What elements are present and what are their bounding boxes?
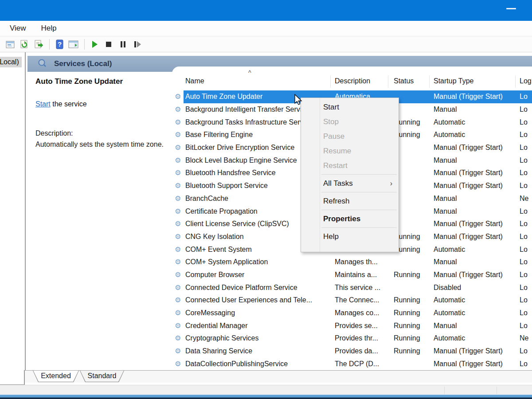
help-icon[interactable]: ? <box>53 38 66 51</box>
column-header-log-on-as[interactable]: Log On As <box>520 77 532 85</box>
tab-standard[interactable]: Standard <box>80 371 124 382</box>
cell-logon: Lo <box>520 284 532 292</box>
service-gear-icon: ⚙ <box>175 131 181 139</box>
context-menu-item-properties[interactable]: Properties <box>301 211 399 226</box>
properties-window-icon[interactable] <box>4 38 17 51</box>
context-menu-item-refresh[interactable]: Refresh <box>301 194 399 208</box>
service-gear-icon: ⚙ <box>175 246 181 254</box>
menu-separator <box>321 174 397 175</box>
cell-startup: Manual <box>434 322 520 330</box>
table-row[interactable]: ⚙Connected Device Platform ServiceThis s… <box>172 281 532 294</box>
column-header-name[interactable]: Name <box>185 77 204 85</box>
tab-extended[interactable]: Extended <box>33 371 79 382</box>
list-column-headers: ^ NameDescriptionStatusStartup TypeLog O… <box>172 72 532 90</box>
column-header-description[interactable]: Description <box>335 77 370 85</box>
start-service-link[interactable]: Start <box>35 100 51 108</box>
cell-logon: Lo <box>520 144 532 152</box>
menu-view[interactable]: View <box>8 23 28 34</box>
column-header-startup-type[interactable]: Startup Type <box>434 77 473 85</box>
cell-logon: Lo <box>520 271 532 279</box>
cell-logon: Lo <box>520 169 532 177</box>
cell-startup: Automatic <box>434 309 520 317</box>
cell-desc: Provides se... <box>335 322 394 330</box>
cell-name: ⚙COM+ System Application <box>172 258 335 266</box>
table-row[interactable]: ⚙CoreMessagingManages co...RunningAutoma… <box>172 307 532 320</box>
detail-description-label: Description: <box>35 129 173 137</box>
cell-logon: Lo <box>520 93 532 101</box>
column-divider[interactable] <box>388 75 388 88</box>
table-row[interactable]: ⚙Computer BrowserMaintains a...RunningMa… <box>172 269 532 282</box>
service-gear-icon: ⚙ <box>175 182 181 190</box>
tab-label: Extended <box>41 372 71 379</box>
service-gear-icon: ⚙ <box>175 309 181 317</box>
column-divider[interactable] <box>330 75 331 88</box>
content-pane: Services (Local) Auto Time Zone Updater … <box>27 52 532 370</box>
table-row[interactable]: ⚙COM+ System ApplicationManages th...Man… <box>172 256 532 269</box>
cell-name: ⚙Connected User Experiences and Tele... <box>172 296 335 304</box>
cell-startup: Automatic <box>434 131 520 139</box>
table-row[interactable]: ⚙Cryptographic ServicesProvides thr...Ru… <box>172 332 532 345</box>
service-gear-icon: ⚙ <box>175 360 181 368</box>
start-service-icon[interactable] <box>88 38 101 51</box>
service-gear-icon: ⚙ <box>175 93 181 101</box>
tree-node-services-local[interactable]: Services (Local) <box>0 57 22 67</box>
cell-desc: The Connec... <box>335 296 394 304</box>
title-bar[interactable] <box>0 0 532 21</box>
context-menu: StartStopPauseResumeRestartAll Tasks›Ref… <box>301 98 399 252</box>
pause-service-icon[interactable] <box>116 38 129 51</box>
cell-logon: Lo <box>520 220 532 228</box>
service-gear-icon: ⚙ <box>175 233 181 241</box>
restart-service-icon[interactable] <box>130 38 144 51</box>
table-row[interactable]: ⚙Credential ManagerProvides se...Running… <box>172 319 532 332</box>
action-pane-icon[interactable] <box>67 38 80 51</box>
cell-logon: Lo <box>520 182 532 190</box>
context-menu-item-all-tasks[interactable]: All Tasks› <box>301 176 399 191</box>
svg-text:?: ? <box>58 40 62 48</box>
cell-status: Running <box>394 131 434 139</box>
service-gear-icon: ⚙ <box>175 207 181 215</box>
column-divider[interactable] <box>515 75 516 88</box>
refresh-icon[interactable] <box>18 38 31 51</box>
cell-logon: Lo <box>520 233 532 241</box>
cell-logon: Lo <box>520 131 532 139</box>
cell-logon: Lo <box>520 118 532 126</box>
cell-startup: Manual (Trigger Start) <box>434 220 520 228</box>
cell-name: ⚙Connected Device Platform Service <box>172 284 335 292</box>
cell-name: ⚙Data Sharing Service <box>172 347 335 355</box>
cell-logon: Lo <box>520 347 532 355</box>
context-menu-item-pause: Pause <box>301 129 399 144</box>
cell-status: Running <box>394 246 434 254</box>
cell-startup: Automatic <box>434 246 520 254</box>
column-header-status[interactable]: Status <box>394 77 414 85</box>
minimize-icon[interactable] <box>506 8 516 9</box>
export-list-icon[interactable] <box>32 38 45 51</box>
menu-help[interactable]: Help <box>39 23 59 34</box>
cell-startup: Manual <box>434 195 520 203</box>
table-row[interactable]: ⚙DataCollectionPublishingServiceThe DCP … <box>172 357 532 370</box>
context-menu-item-start[interactable]: Start <box>301 100 399 114</box>
cell-name: ⚙CoreMessaging <box>172 309 335 317</box>
service-gear-icon: ⚙ <box>175 284 181 292</box>
cell-logon: Lo <box>520 296 532 304</box>
cell-startup: Automatic <box>434 118 520 126</box>
status-bar <box>0 385 532 395</box>
table-row[interactable]: ⚙Data Sharing ServiceProvides da...Runni… <box>172 345 532 358</box>
service-gear-icon: ⚙ <box>175 156 181 164</box>
context-menu-item-help[interactable]: Help <box>301 229 399 244</box>
context-menu-item-resume: Resume <box>301 144 399 158</box>
cell-startup: Manual (Trigger Start) <box>434 182 520 190</box>
context-menu-item-stop: Stop <box>301 114 399 129</box>
console-tree-panel[interactable]: Services (Local) <box>0 52 26 370</box>
window-bottom-edge <box>0 395 532 399</box>
cell-logon: Lo <box>520 258 532 266</box>
service-gear-icon: ⚙ <box>175 195 181 203</box>
table-row[interactable]: ⚙Connected User Experiences and Tele...T… <box>172 294 532 307</box>
cell-desc: Maintains a... <box>335 271 394 279</box>
column-divider[interactable] <box>429 75 430 88</box>
detail-description-text: Automatically sets the system time zone. <box>35 139 168 149</box>
service-gear-icon: ⚙ <box>175 106 181 113</box>
cell-desc: This service ... <box>335 284 394 292</box>
stop-service-icon[interactable] <box>102 38 115 51</box>
service-gear-icon: ⚙ <box>175 220 181 228</box>
cell-startup: Manual (Trigger Start) <box>434 144 520 152</box>
